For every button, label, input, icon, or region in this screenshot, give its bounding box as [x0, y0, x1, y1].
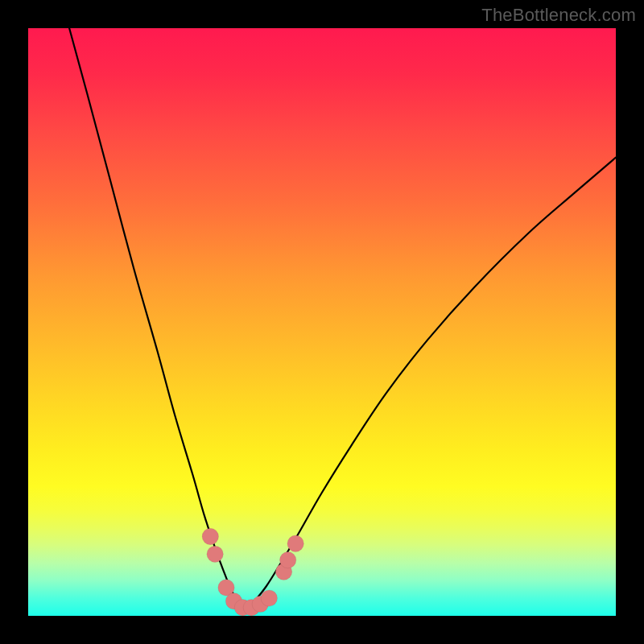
- data-point: [287, 535, 303, 551]
- data-point: [202, 528, 218, 544]
- watermark-text: TheBottleneck.com: [481, 5, 636, 26]
- figure-canvas: TheBottleneck.com: [0, 0, 644, 644]
- curve-left: [69, 28, 246, 610]
- chart-svg: [28, 28, 616, 616]
- data-point: [279, 551, 295, 568]
- data-point: [207, 546, 223, 562]
- data-point-markers: [202, 528, 303, 616]
- plot-area: [28, 28, 616, 616]
- data-point: [261, 590, 277, 606]
